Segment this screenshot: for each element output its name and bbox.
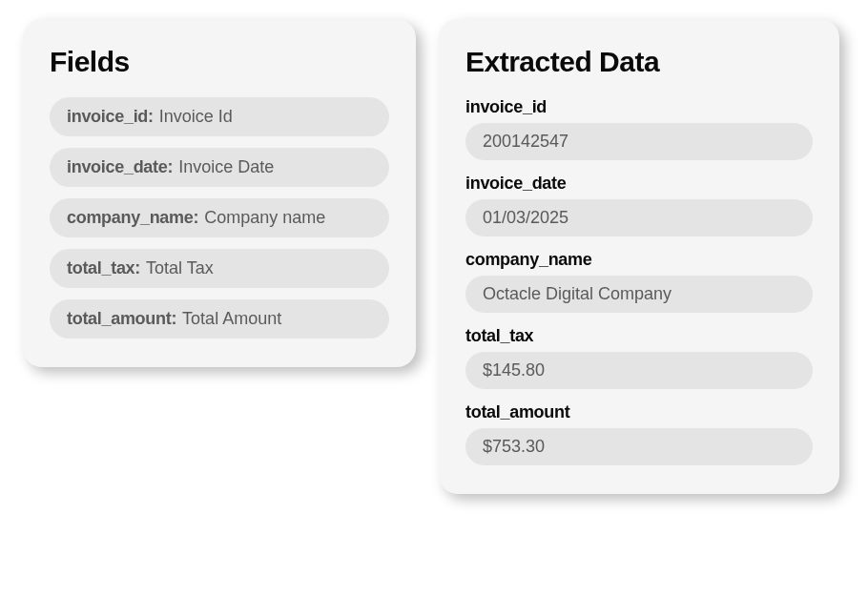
fields-card: Fields invoice_id: Invoice Id invoice_da… [23, 19, 416, 367]
extracted-value: Octacle Digital Company [465, 276, 813, 313]
extracted-key: invoice_id [465, 97, 813, 117]
field-row: invoice_date: Invoice Date [50, 148, 389, 187]
field-label: Invoice Date [178, 157, 274, 177]
field-row: company_name: Company name [50, 198, 389, 237]
extracted-card-title: Extracted Data [465, 46, 813, 78]
field-label: Total Amount [182, 309, 281, 329]
field-row: total_amount: Total Amount [50, 299, 389, 339]
extracted-group: total_amount $753.30 [465, 402, 813, 465]
extracted-value: 01/03/2025 [465, 199, 813, 236]
extracted-group: invoice_date 01/03/2025 [465, 174, 813, 236]
extracted-key: invoice_date [465, 174, 813, 194]
fields-card-title: Fields [50, 46, 389, 78]
extracted-data-card: Extracted Data invoice_id 200142547 invo… [439, 19, 839, 494]
extracted-value: $145.80 [465, 352, 813, 389]
extracted-key: company_name [465, 250, 813, 270]
field-key: total_tax: [67, 258, 140, 278]
extracted-group: total_tax $145.80 [465, 326, 813, 389]
extracted-value: $753.30 [465, 428, 813, 465]
extracted-group: company_name Octacle Digital Company [465, 250, 813, 313]
field-row: invoice_id: Invoice Id [50, 97, 389, 136]
extracted-key: total_amount [465, 402, 813, 422]
field-key: company_name: [67, 208, 198, 228]
extracted-value: 200142547 [465, 123, 813, 160]
field-label: Total Tax [146, 258, 214, 278]
field-label: Company name [204, 208, 325, 228]
field-label: Invoice Id [159, 107, 233, 127]
field-key: invoice_date: [67, 157, 173, 177]
extracted-key: total_tax [465, 326, 813, 346]
field-key: invoice_id: [67, 107, 154, 127]
field-key: total_amount: [67, 309, 176, 329]
field-row: total_tax: Total Tax [50, 249, 389, 288]
extracted-group: invoice_id 200142547 [465, 97, 813, 160]
